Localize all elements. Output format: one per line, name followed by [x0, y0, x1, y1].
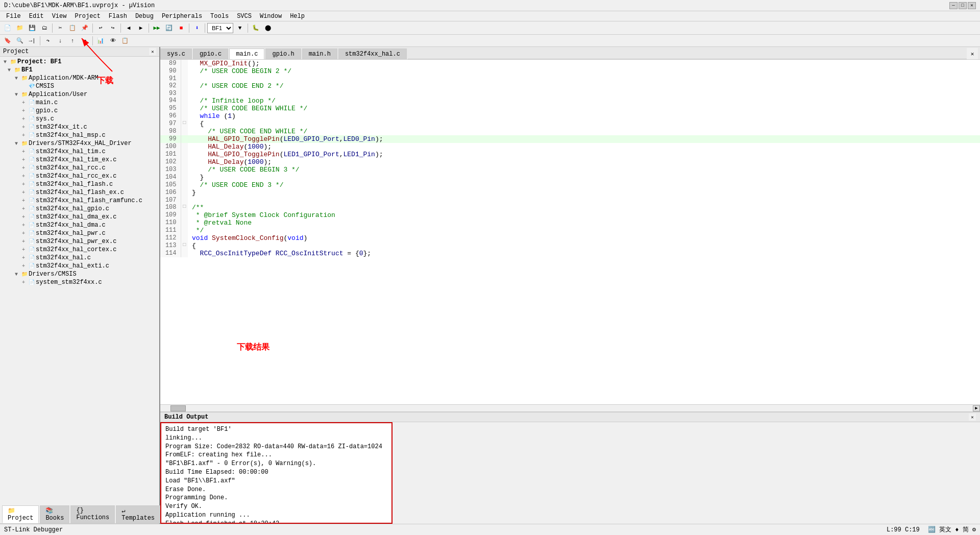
- tree-hal[interactable]: + 📄 stm32f4xx_hal.c: [0, 254, 159, 262]
- build-output-panel: Build Output ✕ Build target 'BF1' linkin…: [160, 411, 980, 524]
- tree-hal-cortex[interactable]: + 📄 stm32f4xx_hal_cortex.c: [0, 246, 159, 254]
- tab-stm32f4xx-hal[interactable]: stm32f4xx_hal.c: [338, 48, 407, 59]
- copy-button[interactable]: 📋: [67, 22, 78, 34]
- horizontal-scrollbar[interactable]: ▶: [160, 404, 980, 411]
- nav-fwd-button[interactable]: ▶: [135, 22, 146, 34]
- tree-hal-dma-ex[interactable]: + 📄 stm32f4xx_hal_dma_ex.c: [0, 213, 159, 221]
- menu-peripherals[interactable]: Peripherals: [158, 12, 206, 21]
- scroll-right-button[interactable]: ▶: [973, 405, 980, 411]
- open-button[interactable]: 📁: [14, 22, 26, 34]
- tree-main-c[interactable]: + 📄 main.c: [0, 99, 159, 107]
- tree-hal-rcc-ex[interactable]: + 📄 stm32f4xx_hal_rcc_ex.c: [0, 172, 159, 180]
- build-line-4: FromELF: creating hex file...: [165, 451, 387, 459]
- download-button[interactable]: ⬇: [191, 22, 203, 34]
- tree-hal-flash-ram[interactable]: + 📄 stm32f4xx_hal_flash_ramfunc.c: [0, 197, 159, 205]
- menu-help[interactable]: Help: [286, 12, 309, 21]
- tree-hal-gpio[interactable]: + 📄 stm32f4xx_hal_gpio.c: [0, 205, 159, 213]
- maximize-button[interactable]: □: [959, 2, 967, 9]
- menu-flash[interactable]: Flash: [105, 12, 131, 21]
- save-button[interactable]: 💾: [27, 22, 38, 34]
- new-file-button[interactable]: 📄: [2, 22, 13, 34]
- tree-hal-dma[interactable]: + 📄 stm32f4xx_hal_dma.c: [0, 221, 159, 229]
- tree-bf1[interactable]: ▼ 📁 BF1: [0, 66, 159, 74]
- tree-gpio-c[interactable]: + 📄 gpio.c: [0, 107, 159, 115]
- tree-hal-rcc[interactable]: + 📄 stm32f4xx_hal_rcc.c: [0, 164, 159, 172]
- tree-hal-pwr-ex[interactable]: + 📄 stm32f4xx_hal_pwr_ex.c: [0, 237, 159, 246]
- tab-sys-c[interactable]: sys.c: [160, 48, 192, 59]
- menu-debug[interactable]: Debug: [131, 12, 158, 21]
- debugger-status: ST-Link Debugger: [4, 526, 63, 533]
- code-line-109: 109 * @brief System Clock Configuration: [160, 211, 980, 219]
- build-output-close-button[interactable]: ✕: [969, 414, 976, 421]
- memory-window-button[interactable]: 📊: [95, 35, 106, 46]
- save-all-button[interactable]: 🗂: [39, 22, 50, 34]
- tree-hal-flash-ex[interactable]: + 📄 stm32f4xx_hal_flash_ex.c: [0, 188, 159, 197]
- tab-project[interactable]: 📁 Project: [2, 505, 39, 523]
- tree-hal-driver[interactable]: ▼ 📁 Drivers/STM32F4xx_HAL_Driver: [0, 139, 159, 148]
- target-selector[interactable]: BF1: [207, 23, 233, 33]
- close-button[interactable]: ✕: [968, 2, 976, 9]
- tree-sys-c[interactable]: + 📄 sys.c: [0, 115, 159, 123]
- tree-system-stm32[interactable]: + 📄 system_stm32f4xx.c: [0, 278, 159, 286]
- indent-button[interactable]: →|: [27, 35, 38, 46]
- code-line-104: 104 }: [160, 174, 980, 181]
- stop-button[interactable]: ■: [176, 22, 187, 34]
- breakpoint-button[interactable]: ⬤: [262, 22, 274, 34]
- tree-mdk-arm[interactable]: ▼ 📁 Application/MDK-ARM: [0, 74, 159, 82]
- bookmark-button[interactable]: 🔖: [2, 35, 13, 46]
- tree-stm32f4xx-hal-msp[interactable]: + 📄 stm32f4xx_hal_msp.c: [0, 131, 159, 139]
- tree-hal-pwr[interactable]: + 📄 stm32f4xx_hal_pwr.c: [0, 229, 159, 237]
- menu-svcs[interactable]: SVCS: [233, 12, 256, 21]
- step-over-button[interactable]: ↷: [42, 35, 54, 46]
- tab-templates[interactable]: ↵ Templates: [116, 505, 160, 523]
- step-into-button[interactable]: ↓: [55, 35, 66, 46]
- redo-button[interactable]: ↪: [107, 22, 118, 34]
- debug-start-button[interactable]: 🐛: [250, 22, 261, 34]
- register-window-button[interactable]: 📋: [119, 35, 131, 46]
- tree-app-user[interactable]: ▼ 📁 Application/User: [0, 90, 159, 99]
- tree-root[interactable]: ▼ 📁 Project: BF1: [0, 58, 159, 66]
- project-root-label: Project: BF1: [17, 58, 61, 65]
- code-editor[interactable]: 89 MX_GPIO_Init(); 90 /* USER CODE BEGIN…: [160, 60, 980, 404]
- menu-edit[interactable]: Edit: [25, 12, 48, 21]
- tree-cmsis-folder[interactable]: ▼ 📁 Drivers/CMSIS: [0, 270, 159, 278]
- menu-window[interactable]: Window: [256, 12, 286, 21]
- scrollbar-thumb-h[interactable]: [170, 405, 186, 411]
- step-out-button[interactable]: ↑: [67, 35, 78, 46]
- build-line-10: Verify OK.: [165, 502, 387, 511]
- tab-gpio-c[interactable]: gpio.c: [193, 48, 228, 59]
- rebuild-button[interactable]: 🔄: [163, 22, 175, 34]
- tree-hal-tim[interactable]: + 📄 stm32f4xx_hal_tim.c: [0, 148, 159, 156]
- menu-tools[interactable]: Tools: [206, 12, 233, 21]
- build-button[interactable]: ▶▶: [151, 22, 162, 34]
- tree-stm32f4xx-hal-msp-label: stm32f4xx_hal_msp.c: [36, 132, 106, 139]
- watch-window-button[interactable]: 👁: [107, 35, 118, 46]
- tree-hal-tim-ex[interactable]: + 📄 stm32f4xx_hal_tim_ex.c: [0, 156, 159, 164]
- tab-main-h[interactable]: main.h: [302, 48, 337, 59]
- code-line-93: 93: [160, 90, 980, 97]
- undo-button[interactable]: ↩: [95, 22, 106, 34]
- menu-project[interactable]: Project: [70, 12, 104, 21]
- find-button[interactable]: 🔍: [14, 35, 26, 46]
- tree-cmsis[interactable]: 💎 CMSIS: [0, 82, 159, 90]
- target-options-button[interactable]: ▼: [234, 22, 246, 34]
- tab-books[interactable]: 📚 Books: [40, 505, 69, 523]
- window-title: D:\cube\BF1\MDK-ARM\BF1.uvprojx - µVisio…: [4, 2, 155, 9]
- build-line-1: Build target 'BF1': [165, 425, 387, 434]
- tree-stm32f4xx-it[interactable]: + 📄 stm32f4xx_it.c: [0, 123, 159, 131]
- minimize-button[interactable]: ─: [949, 2, 958, 9]
- paste-button[interactable]: 📌: [79, 22, 90, 34]
- tab-main-c[interactable]: main.c: [229, 48, 264, 60]
- nav-back-button[interactable]: ◀: [123, 22, 134, 34]
- panel-close-button[interactable]: ✕: [149, 48, 156, 55]
- menu-view[interactable]: View: [48, 12, 71, 21]
- tree-hal-flash[interactable]: + 📄 stm32f4xx_hal_flash.c: [0, 180, 159, 188]
- tab-close-button[interactable]: ✕: [967, 48, 978, 59]
- code-line-89: 89 MX_GPIO_Init();: [160, 60, 980, 67]
- tab-gpio-h[interactable]: gpio.h: [265, 48, 301, 59]
- run-to-cursor-button[interactable]: ➡: [79, 35, 90, 46]
- tree-hal-exti[interactable]: + 📄 stm32f4xx_hal_exti.c: [0, 262, 159, 270]
- cut-button[interactable]: ✂: [55, 22, 66, 34]
- tab-functions[interactable]: {} Functions: [70, 505, 115, 523]
- menu-file[interactable]: File: [2, 12, 25, 21]
